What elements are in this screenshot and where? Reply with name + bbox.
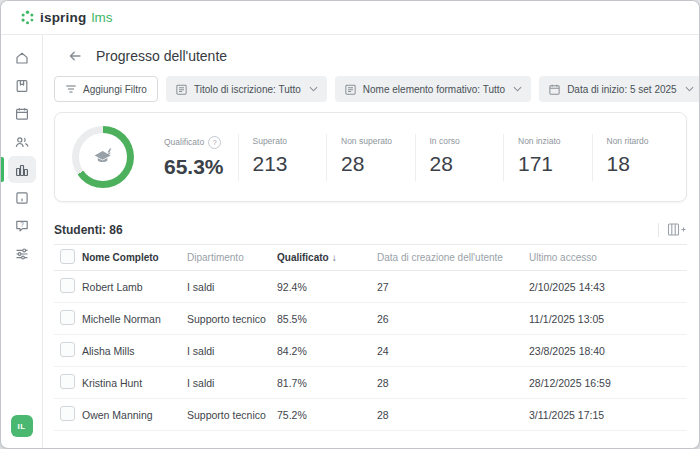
- add-filter-button[interactable]: Aggiungi Filtro: [54, 76, 158, 102]
- brand-name: ispring: [40, 10, 86, 25]
- book-icon: [14, 78, 30, 94]
- gradebook-icon: [14, 190, 30, 206]
- cell-created: 26: [377, 313, 529, 325]
- cell-department: Supporto tecnico: [187, 409, 277, 421]
- stat-value: 171: [518, 152, 588, 176]
- chevron-down-icon: [309, 86, 318, 92]
- enrollment-icon: [175, 83, 188, 96]
- row-checkbox[interactable]: [60, 278, 75, 293]
- row-checkbox[interactable]: [60, 310, 75, 325]
- students-table-section: Studenti: 86 Nome Completo Dipartimento: [54, 222, 687, 431]
- stat-in-progress: In corso 28: [415, 134, 504, 181]
- back-button[interactable]: [67, 48, 83, 64]
- enrollment-title-filter-label: Titolo di iscrizione: Tutto: [194, 84, 301, 95]
- columns-plus-icon: [667, 222, 687, 237]
- table-row[interactable]: Owen ManningSupporto tecnico75.2%283/11/…: [54, 399, 687, 431]
- ispring-spark-icon: [20, 10, 35, 25]
- cell-name: Alisha Mills: [82, 345, 187, 357]
- stat-label: Superato: [253, 136, 288, 146]
- enrollment-title-filter[interactable]: Titolo di iscrizione: Tutto: [166, 76, 327, 102]
- add-filter-label: Aggiungi Filtro: [83, 84, 147, 95]
- table-row[interactable]: Kristina HuntI saldi81.7%2828/12/2025 16…: [54, 367, 687, 399]
- main-content: Progresso dell'utente Aggiungi Filtro Ti…: [43, 35, 699, 448]
- qualified-donut: [72, 126, 134, 188]
- table-row[interactable]: Michelle NormanSupporto tecnico85.5%2611…: [54, 303, 687, 335]
- filter-bar: Aggiungi Filtro Titolo di iscrizione: Tu…: [43, 64, 699, 102]
- stat-label: Non superato: [341, 136, 392, 146]
- chevron-down-icon: [685, 86, 694, 92]
- sidebar-item-library[interactable]: [8, 72, 36, 99]
- stat-value: 65.3%: [164, 155, 234, 179]
- ispring-logo[interactable]: ispring lms: [20, 10, 112, 25]
- help-icon[interactable]: ?: [208, 136, 221, 149]
- app-window: ispring lms: [0, 0, 700, 449]
- stat-not-started: Non inziato 171: [503, 134, 592, 181]
- graduation-cap-icon: [91, 145, 115, 169]
- column-header-name[interactable]: Nome Completo: [82, 252, 187, 263]
- table-body: Robert LambI saldi92.4%272/10/2025 14:43…: [54, 271, 687, 431]
- chevron-down-icon: [513, 86, 522, 92]
- stat-label: Non inziato: [518, 136, 561, 146]
- column-header-last-access[interactable]: Ultimo accesso: [529, 252, 687, 263]
- learning-item-filter-label: Nome elemento formativo: Tutto: [363, 84, 505, 95]
- cell-department: I saldi: [187, 281, 277, 293]
- cell-created: 28: [377, 409, 529, 421]
- learning-item-icon: [344, 83, 357, 96]
- home-icon: [14, 50, 30, 66]
- page-title: Progresso dell'utente: [96, 48, 227, 64]
- sidebar-item-settings[interactable]: [8, 240, 36, 267]
- sidebar-item-help[interactable]: ?: [8, 212, 36, 239]
- stat-label: Qualificato: [164, 137, 204, 147]
- start-date-filter[interactable]: Data di inizio: 5 set 2025: [539, 76, 699, 102]
- help-chat-icon: ?: [14, 218, 30, 234]
- stat-value: 18: [607, 152, 677, 176]
- cell-last-access: 23/8/2025 18:40: [529, 345, 687, 357]
- divider: [658, 223, 659, 237]
- learning-item-filter[interactable]: Nome elemento formativo: Tutto: [335, 76, 531, 102]
- cell-name: Robert Lamb: [82, 281, 187, 293]
- sidebar: ? IL: [1, 35, 43, 448]
- sidebar-item-users[interactable]: [8, 128, 36, 155]
- user-avatar[interactable]: IL: [11, 415, 33, 437]
- cell-last-access: 28/12/2025 16:59: [529, 377, 687, 389]
- stat-qualified: Qualificato ? 65.3%: [150, 134, 238, 181]
- cell-qualified: 75.2%: [277, 409, 377, 421]
- start-date-filter-label: Data di inizio: 5 set 2025: [567, 84, 677, 95]
- row-checkbox[interactable]: [60, 406, 75, 421]
- students-count-title: Studenti: 86: [54, 223, 123, 237]
- users-icon: [14, 134, 30, 150]
- column-header-created[interactable]: Data di creazione dell'utente: [377, 252, 529, 263]
- row-checkbox[interactable]: [60, 374, 75, 389]
- stat-label: Non ritardo: [607, 136, 649, 146]
- sidebar-item-home[interactable]: [8, 44, 36, 71]
- stat-failed: Non superato 28: [326, 134, 415, 181]
- sidebar-item-reports[interactable]: [8, 156, 36, 183]
- sidebar-item-calendar[interactable]: [8, 100, 36, 127]
- cell-qualified: 92.4%: [277, 281, 377, 293]
- column-header-qualified[interactable]: Qualificato↓: [277, 252, 377, 263]
- cell-name: Michelle Norman: [82, 313, 187, 325]
- cell-qualified: 81.7%: [277, 377, 377, 389]
- select-all-checkbox[interactable]: [60, 249, 75, 264]
- cell-qualified: 85.5%: [277, 313, 377, 325]
- manage-columns-button[interactable]: [667, 222, 687, 237]
- cell-last-access: 3/11/2025 17:15: [529, 409, 687, 421]
- sliders-icon: [14, 246, 30, 262]
- svg-text:?: ?: [20, 221, 24, 228]
- calendar-icon: [548, 83, 561, 96]
- filter-icon: [65, 83, 77, 95]
- stat-label: In corso: [430, 136, 460, 146]
- cell-name: Kristina Hunt: [82, 377, 187, 389]
- row-checkbox[interactable]: [60, 342, 75, 357]
- stat-value: 213: [253, 152, 323, 176]
- brand-suffix: lms: [91, 10, 112, 25]
- cell-created: 27: [377, 281, 529, 293]
- cell-department: I saldi: [187, 345, 277, 357]
- stat-value: 28: [341, 152, 411, 176]
- table-row[interactable]: Robert LambI saldi92.4%272/10/2025 14:43: [54, 271, 687, 303]
- sidebar-item-gradebook[interactable]: [8, 184, 36, 211]
- calendar-icon: [14, 106, 30, 122]
- column-header-department[interactable]: Dipartimento: [187, 252, 277, 263]
- table-row[interactable]: Alisha MillsI saldi84.2%2423/8/2025 18:4…: [54, 335, 687, 367]
- stat-passed: Superato 213: [238, 134, 327, 181]
